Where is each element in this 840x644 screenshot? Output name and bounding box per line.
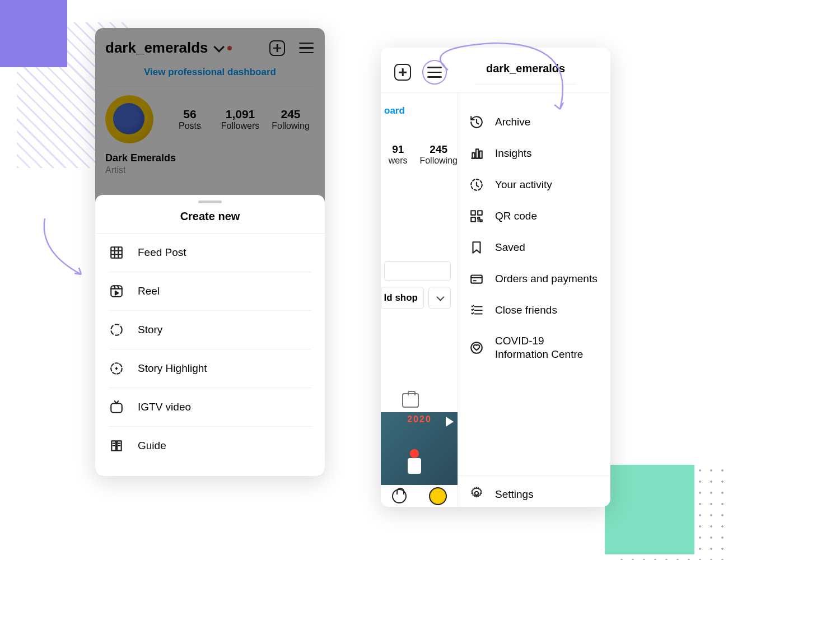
sheet-title: Create new [95, 206, 325, 234]
menu-item-orders[interactable]: Orders and payments [469, 263, 599, 295]
igtv-icon [109, 399, 124, 415]
profile-screen-peek: oard 91 wers 245 Following ld shop 2020 [381, 93, 458, 507]
decoration-teal-square [605, 465, 694, 554]
shop-tab-icon[interactable] [392, 489, 407, 503]
settings-icon [469, 486, 484, 503]
phone-create-new: dark_emeralds View professional dashboar… [95, 28, 325, 476]
create-new-sheet: Create new Feed Post Reel Story [95, 195, 325, 476]
svg-point-13 [471, 342, 482, 353]
card-icon [469, 272, 484, 286]
close-friends-icon [469, 303, 484, 318]
svg-rect-10 [478, 211, 482, 215]
heart-shield-icon [469, 340, 484, 355]
sheet-item-igtv[interactable]: IGTV video [109, 388, 311, 426]
chevron-down-icon [436, 293, 444, 301]
menu-item-saved[interactable]: Saved [469, 232, 599, 263]
menu-item-settings[interactable]: Settings [458, 475, 610, 507]
tagged-tab-icon [402, 393, 419, 408]
post-thumbnail[interactable]: 2020 [381, 412, 458, 485]
reel-icon [109, 283, 124, 299]
menu-item-qr-code[interactable]: QR code [469, 200, 599, 232]
sheet-item-feed-post[interactable]: Feed Post [109, 234, 311, 272]
svg-point-14 [475, 492, 479, 496]
svg-rect-5 [472, 153, 474, 158]
annotation-arrow-left [34, 213, 101, 286]
edit-profile-fragment [384, 261, 451, 281]
svg-rect-9 [471, 211, 475, 215]
svg-rect-4 [111, 404, 122, 413]
svg-point-2 [111, 324, 122, 335]
sheet-item-reel[interactable]: Reel [109, 272, 311, 310]
stat-following-fragment: 245 Following [419, 143, 458, 166]
story-highlight-icon [109, 361, 124, 376]
suggested-users-button[interactable] [428, 287, 451, 309]
stat-followers-fragment: 91 wers [381, 143, 415, 166]
sheet-item-guide[interactable]: Guide [109, 426, 311, 465]
menu-item-insights[interactable]: Insights [469, 138, 599, 169]
svg-rect-6 [476, 149, 478, 158]
story-icon [109, 322, 124, 338]
svg-rect-7 [479, 151, 482, 158]
svg-rect-12 [471, 276, 482, 283]
sheet-item-story[interactable]: Story [109, 310, 311, 349]
add-shop-fragment: ld shop [381, 287, 424, 309]
profile-tab-avatar[interactable] [429, 487, 447, 505]
svg-rect-0 [111, 247, 122, 258]
guide-icon [109, 438, 124, 454]
create-button[interactable] [394, 64, 411, 81]
svg-rect-11 [471, 217, 475, 222]
hamburger-drawer: Archive Insights Your activity [458, 93, 610, 507]
annotation-arrow-right [431, 36, 588, 126]
menu-item-activity[interactable]: Your activity [469, 169, 599, 200]
decoration-purple-square [0, 0, 67, 67]
svg-rect-1 [111, 286, 122, 297]
insights-icon [469, 146, 484, 161]
activity-icon [469, 178, 484, 192]
thumbnail-character [407, 449, 422, 482]
qr-code-icon [469, 209, 484, 223]
grid-icon [109, 245, 124, 260]
sheet-drag-handle[interactable] [198, 200, 222, 203]
plus-box-icon [394, 64, 411, 81]
sheet-item-story-highlight[interactable]: Story Highlight [109, 349, 311, 388]
saved-icon [469, 240, 484, 255]
play-icon [446, 417, 454, 427]
menu-item-covid[interactable]: COVID-19 Information Centre [469, 326, 599, 370]
menu-item-close-friends[interactable]: Close friends [469, 295, 599, 326]
